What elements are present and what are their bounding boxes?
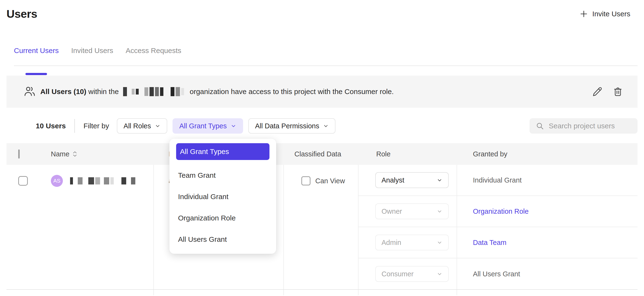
tab-access-requests[interactable]: Access Requests	[126, 46, 182, 66]
filter-label: All Grant Types	[179, 122, 227, 130]
granted-by-value: Individual Grant	[473, 176, 522, 184]
role-cell: Admin	[358, 234, 456, 250]
people-icon	[24, 86, 36, 98]
tab-bar: Current Users Invited Users Access Reque…	[14, 46, 638, 66]
page-title: Users	[6, 7, 37, 20]
granted-by-cell: Individual Grant	[456, 176, 638, 184]
role-cell: Analyst	[358, 172, 456, 188]
can-view-label: Can View	[315, 177, 345, 185]
column-label: Name	[51, 150, 69, 158]
invite-users-label: Invite Users	[592, 10, 630, 18]
chevron-down-icon	[437, 240, 442, 246]
column-header-classified-data: Classified Data	[283, 150, 358, 158]
avatar: AS	[51, 175, 63, 187]
grant-row: Owner Organization Role	[358, 196, 638, 227]
tab-label: Current Users	[14, 46, 59, 54]
menu-item-label: Individual Grant	[178, 192, 228, 201]
chevron-down-icon	[437, 177, 442, 183]
banner-actions	[592, 86, 624, 98]
row-checkbox[interactable]	[18, 176, 28, 186]
grant-row: Analyst Individual Grant	[358, 165, 638, 196]
grants-list: Analyst Individual Grant Owner	[358, 165, 638, 295]
redacted-org-name	[123, 87, 185, 96]
column-header-granted-by: Granted by	[456, 150, 638, 158]
edit-button[interactable]	[592, 86, 603, 98]
active-tab-indicator	[26, 73, 47, 75]
menu-item-all-users-grant[interactable]: All Users Grant	[170, 228, 276, 250]
menu-item-label: Team Grant	[178, 171, 216, 180]
search-box	[530, 118, 638, 134]
table-header: Name Email Classified Data Role Granted …	[6, 143, 638, 165]
granted-by-link[interactable]: Organization Role	[473, 208, 528, 215]
menu-item-label: All Users Grant	[178, 235, 227, 244]
invite-users-button[interactable]: Invite Users	[580, 10, 630, 18]
filter-bar: 10 Users Filter by All Roles All Grant T…	[6, 118, 638, 134]
divider	[74, 119, 75, 133]
select-all-checkbox[interactable]	[18, 150, 20, 158]
role-select-owner: Owner	[375, 204, 449, 219]
banner-text: All Users (10) within the organization h…	[40, 87, 394, 96]
granted-by-value: All Users Grant	[473, 270, 520, 278]
granted-by-cell: Organization Role	[456, 208, 638, 216]
search-input[interactable]	[549, 122, 631, 130]
can-view-checkbox[interactable]	[301, 176, 310, 186]
role-select-admin: Admin	[375, 234, 449, 250]
trash-icon	[612, 86, 623, 97]
plus-icon	[580, 10, 588, 18]
pencil-icon	[592, 86, 602, 97]
chevron-down-icon	[437, 271, 442, 277]
column-header-name: Name	[51, 150, 153, 158]
tab-label: Invited Users	[71, 46, 113, 54]
role-select-analyst[interactable]: Analyst	[375, 172, 449, 188]
header-checkbox-cell	[6, 150, 51, 158]
sort-icon[interactable]	[73, 151, 77, 157]
chevron-down-icon	[155, 123, 160, 129]
top-bar: Users Invite Users	[6, 0, 638, 20]
menu-item-organization-role[interactable]: Organization Role	[170, 207, 276, 228]
users-table: Name Email Classified Data Role Granted …	[6, 143, 638, 295]
column-label: Role	[376, 150, 390, 158]
granted-by-cell: Data Team	[456, 239, 638, 246]
filter-label: All Roles	[124, 122, 151, 130]
user-count-label: 10 Users	[36, 122, 66, 130]
search-icon	[536, 122, 544, 130]
all-users-banner: All Users (10) within the organization h…	[6, 76, 638, 108]
role-cell: Owner	[358, 204, 456, 219]
banner-text-after: organization have access to this project…	[188, 88, 394, 96]
column-header-role: Role	[358, 150, 456, 158]
tab-current-users[interactable]: Current Users	[14, 46, 59, 66]
user-name-cell: AS	[51, 165, 153, 197]
menu-item-team-grant[interactable]: Team Grant	[170, 164, 276, 186]
delete-button[interactable]	[612, 86, 624, 98]
filter-by-label: Filter by	[84, 122, 109, 130]
banner-text-before: within the	[86, 88, 121, 96]
column-label: Classified Data	[294, 150, 341, 158]
menu-item-all-grant-types[interactable]: All Grant Types	[176, 143, 270, 160]
role-value: Admin	[382, 239, 401, 246]
row-checkbox-cell	[6, 165, 51, 197]
classified-data-cell: Can View	[283, 165, 358, 197]
role-value: Consumer	[382, 270, 414, 278]
filter-all-roles[interactable]: All Roles	[117, 118, 167, 134]
filter-all-data-permissions[interactable]: All Data Permissions	[248, 118, 336, 134]
filter-label: All Data Permissions	[255, 122, 319, 130]
users-page: Users Invite Users Current Users Invited…	[0, 0, 644, 295]
column-label: Granted by	[473, 150, 507, 158]
grant-types-dropdown-menu: All Grant Types Team Grant Individual Gr…	[170, 139, 276, 254]
menu-item-label: All Grant Types	[180, 148, 229, 156]
tab-invited-users[interactable]: Invited Users	[71, 46, 113, 66]
chevron-down-icon	[323, 123, 329, 129]
granted-by-cell: All Users Grant	[456, 270, 638, 278]
menu-item-individual-grant[interactable]: Individual Grant	[170, 186, 276, 207]
role-cell: Consumer	[358, 266, 456, 282]
menu-items: Team Grant Individual Grant Organization…	[170, 164, 276, 250]
chevron-down-icon	[230, 123, 236, 129]
chevron-down-icon	[437, 208, 442, 214]
banner-bold-text: All Users (10)	[40, 88, 86, 96]
filter-all-grant-types[interactable]: All Grant Types	[172, 118, 243, 134]
role-select-consumer: Consumer	[375, 266, 449, 282]
redacted-user-name	[70, 177, 136, 184]
table-body: AS a Can View Analyst	[6, 165, 638, 295]
tab-label: Access Requests	[126, 46, 182, 54]
granted-by-link[interactable]: Data Team	[473, 239, 506, 246]
